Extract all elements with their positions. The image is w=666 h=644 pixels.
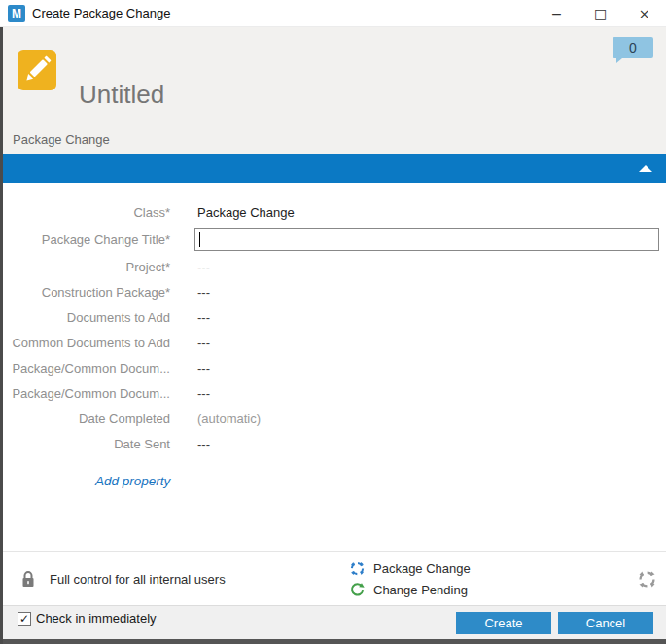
property-label: Common Documents to Add xyxy=(3,336,170,350)
property-label: Package/Common Docum... xyxy=(3,361,170,376)
property-value[interactable]: (automatic) xyxy=(197,411,261,426)
property-row: Package/Common Docum...--- xyxy=(3,355,666,380)
create-button[interactable]: Create xyxy=(456,612,551,634)
comments-badge[interactable]: 0 xyxy=(613,37,653,58)
tab-package-change[interactable]: Package Change xyxy=(13,132,110,147)
refresh-workflow-icon[interactable] xyxy=(637,569,657,593)
bottom-bar: ✓ Check in immediately Create Cancel xyxy=(3,605,666,639)
property-label: Date Sent xyxy=(3,437,170,451)
property-row: Date Sent--- xyxy=(3,431,666,456)
property-label: Package Change Title* xyxy=(3,233,170,247)
object-title: Untitled xyxy=(79,80,164,110)
property-row: Documents to Add--- xyxy=(3,304,666,330)
workflow-block: Package Change Change Pending xyxy=(349,557,471,600)
property-label: Documents to Add xyxy=(3,310,170,325)
footer-info-section: Full control for all internal users Pack… xyxy=(3,551,666,605)
property-value[interactable]: --- xyxy=(197,260,210,274)
property-label: Construction Package* xyxy=(3,285,170,300)
checkin-label: Check in immediately xyxy=(36,611,157,626)
dialog-buttons: Create Cancel xyxy=(456,612,653,634)
workflow-name: Package Change xyxy=(373,561,471,576)
property-label: Project* xyxy=(3,260,170,274)
property-row: Class*Package Change xyxy=(3,199,666,225)
property-value[interactable]: --- xyxy=(197,310,210,325)
cancel-button[interactable]: Cancel xyxy=(558,612,653,634)
workflow-cycle-icon xyxy=(349,560,366,577)
title-bar: M Create Package Change − □ × xyxy=(0,0,666,27)
window-title: Create Package Change xyxy=(32,6,170,20)
checkin-group[interactable]: ✓ Check in immediately xyxy=(18,611,157,626)
close-button[interactable]: × xyxy=(622,0,666,26)
property-value[interactable]: Package Change xyxy=(197,205,295,220)
property-rows: Class*Package ChangePackage Change Title… xyxy=(3,199,666,456)
permissions-text[interactable]: Full control for all internal users xyxy=(50,572,226,587)
window-controls: − □ × xyxy=(535,0,666,26)
property-value[interactable]: --- xyxy=(197,437,210,451)
document-pencil-icon xyxy=(17,48,57,96)
metadata-header: Untitled 0 Package Change xyxy=(3,27,666,154)
property-value[interactable]: --- xyxy=(197,386,210,401)
workflow-row[interactable]: Package Change xyxy=(349,557,471,579)
state-pending-icon xyxy=(349,582,366,598)
property-row: Project*--- xyxy=(3,254,666,279)
property-label: Date Completed xyxy=(3,411,170,426)
package-change-title-input[interactable] xyxy=(194,228,659,251)
mfiles-app-icon: M xyxy=(8,5,25,22)
property-value[interactable]: --- xyxy=(197,336,210,350)
property-row: Date Completed(automatic) xyxy=(3,406,666,431)
property-grid: Class*Package ChangePackage Change Title… xyxy=(3,183,666,551)
text-caret xyxy=(199,232,200,247)
checkin-checkbox[interactable]: ✓ xyxy=(18,612,31,626)
property-row: Construction Package*--- xyxy=(3,279,666,304)
state-row[interactable]: Change Pending xyxy=(349,579,471,600)
state-name: Change Pending xyxy=(373,583,468,597)
add-property-link[interactable]: Add property xyxy=(95,474,170,488)
dialog-body: Untitled 0 Package Change Class*Package … xyxy=(0,27,666,644)
property-group-bar[interactable] xyxy=(3,154,666,183)
property-label: Package/Common Docum... xyxy=(3,386,170,401)
property-row: Common Documents to Add--- xyxy=(3,330,666,355)
package-change-title-field xyxy=(194,228,659,251)
maximize-button[interactable]: □ xyxy=(578,0,622,26)
property-row: Package/Common Docum...--- xyxy=(3,380,666,406)
lock-icon xyxy=(20,570,36,591)
window-bottom-edge xyxy=(3,639,666,644)
collapse-arrow-icon[interactable] xyxy=(639,165,652,172)
property-label: Class* xyxy=(3,205,170,220)
minimize-button[interactable]: − xyxy=(535,0,578,26)
create-package-change-dialog: M Create Package Change − □ × Untitled xyxy=(0,0,666,644)
property-value[interactable]: --- xyxy=(197,361,210,376)
property-row: Package Change Title* xyxy=(3,225,666,254)
property-value[interactable]: --- xyxy=(197,285,210,300)
